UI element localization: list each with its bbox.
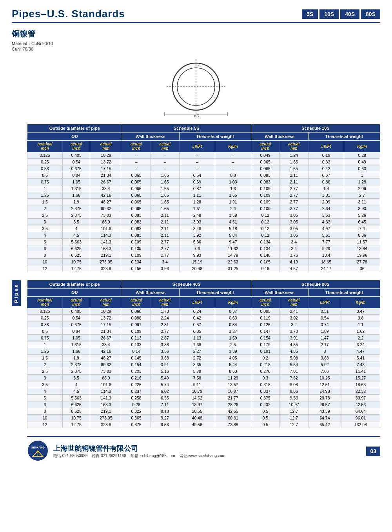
table-row: 55.563141.30.1092.776.369.470.1343.47.77…: [27, 239, 380, 245]
table-row: 0.751.0526.670.0651.650.691.030.0832.110…: [27, 179, 380, 185]
table-row: 33.588.90.0832.113.034.510.123.054.336.4…: [27, 219, 380, 225]
badge-80s: 80S: [361, 9, 380, 19]
main-content: Pipes Outside diameter of pipe Schedule …: [12, 124, 380, 463]
table-row: 88.625219.10.3228.1828.5542.550.512.743.…: [27, 408, 380, 415]
wall-thickness-5s: Wall thickness: [122, 133, 179, 141]
table-row: 0.380.67517.150.0912.310.570.840.1263.20…: [27, 321, 380, 328]
table-row: 0.250.5413.720.0882.240.420.630.1193.020…: [27, 315, 380, 321]
table-row: 55.563141.30.2586.5514.6221.770.3759.532…: [27, 395, 380, 401]
table-row: 1212.75323.90.3759.5349.5673.880.512.765…: [27, 421, 380, 428]
table-row: 0.50.8421.340.0651.650.540.80.0832.110.6…: [27, 172, 380, 179]
table-row: 0.50.8421.340.1092.770.851.270.1473.731.…: [27, 328, 380, 335]
col-actual-mm: actualmm: [90, 141, 122, 152]
col-actual-inch-80s: actualinch: [251, 297, 279, 308]
table-row: 0.250.5413.72––––0.0651.650.330.49: [27, 159, 380, 165]
table-row: 1212.75323.90.1563.9620.9831.250.184.572…: [27, 265, 380, 272]
table-row: 44.5114.30.2376.0210.7916.070.3378.5614.…: [27, 388, 380, 395]
section-title: 铜镍管: [12, 29, 380, 39]
col-kgm-40s: Kg/m: [215, 297, 251, 308]
table-row: 3.54101.60.0832.113.485.180.123.054.977.…: [27, 225, 380, 232]
table-row: 0.1250.40510.29––––0.0491.240.190.28: [27, 152, 380, 159]
schedule-40s-80s-table: Outside diameter of pipe Schedule 40S Sc…: [27, 280, 380, 428]
col-kgm-5s: Kg/m: [215, 141, 251, 152]
col-lbft-10s: Lb/Ft: [308, 141, 344, 152]
table-row: 0.1250.40510.290.0681.730.240.370.0952.4…: [27, 308, 380, 315]
wall-thickness-10s: Wall thickness: [251, 133, 308, 141]
theo-weight-5s: Theoretical weight: [179, 133, 251, 141]
material-info: Material：CuNi 90/10 CuNi 70/30: [12, 41, 380, 51]
table-row: 1010.75273.050.3659.2740.4860.310.512.75…: [27, 415, 380, 421]
company-info-block: 上海世航铜镍管件有限公司 电话:021-58050989 传真:021-6829…: [53, 444, 225, 459]
table-row: 1.51.948.270.0651.651.281.910.1092.772.0…: [27, 199, 380, 205]
table-row: 1.51.948.270.1453.682.724.050.25.083.635…: [27, 355, 380, 361]
col-actual-inch-10s: actualinch: [251, 141, 279, 152]
badge-5s: 5S: [302, 9, 318, 19]
table-row: 11.31533.40.0651.650.871.30.1092.771.42.…: [27, 185, 380, 192]
table-row: 88.625219.10.1092.779.9314.790.1483.7613…: [27, 252, 380, 259]
schedule-10s-header: Schedule 10S: [251, 124, 380, 133]
page-header: Pipes–U.S. Standards 5S 10S 40S 80S: [12, 8, 380, 20]
website: 网址:www.sh-shihang.com: [180, 454, 225, 458]
col-lbft-5s: Lb/Ft: [179, 141, 215, 152]
od-label2: ØD: [27, 289, 122, 297]
wall-thickness-80s: Wall thickness: [251, 289, 308, 297]
col-kgm-80s: Kg/m: [341, 297, 380, 308]
col-lbft-80s: Lb/Ft: [308, 297, 341, 308]
svg-text:SHI·HANG: SHI·HANG: [31, 446, 45, 449]
table-row: 0.751.0526.670.1132.871.131.690.1543.911…: [27, 335, 380, 341]
col-lbft-40s: Lb/Ft: [179, 297, 215, 308]
col-actual-inch-40s: actualinch: [122, 297, 151, 308]
table-row: 1.251.6642.160.143.562.273.390.1914.8534…: [27, 348, 380, 355]
svg-text:øD: øD: [194, 114, 199, 118]
col-kgm-10s: Kg/m: [344, 141, 380, 152]
col-actual-inch-5s: actualinch: [122, 141, 151, 152]
content-area: Outside diameter of pipe Schedule 5S Sch…: [23, 124, 380, 463]
phone: 电话:021-58050989: [53, 454, 87, 458]
od-label: ØD: [27, 133, 122, 141]
table-row: 22.37560.320.0651.651.612.40.1092.772.64…: [27, 205, 380, 212]
footer: SHI·HANG 上海世航铜镍管件有限公司 电话:021-58050989 传真…: [27, 436, 380, 463]
table-row: 1.251.6642.160.0651.651.111.650.1092.771…: [27, 192, 380, 199]
col-actual-mm-10s: actualmm: [279, 141, 308, 152]
table-row: 2.52.87573.030.0832.112.483.690.123.053.…: [27, 212, 380, 219]
wall-thickness-40s: Wall thickness: [122, 289, 179, 297]
col-nominal-inch: nominalinch: [27, 141, 63, 152]
col-nominal-inch2: nominalinch: [27, 297, 63, 308]
email: 邮箱：shihang@188.com: [131, 454, 175, 458]
table-5s-10s: Outside diameter of pipe Schedule 5S Sch…: [27, 124, 380, 272]
table-row: 3.54101.60.2265.749.1113.570.3188.0812.5…: [27, 381, 380, 388]
col-actual-mm2: actualmm: [90, 297, 122, 308]
company-contact: 电话:021-58050989 传真:021-68291168 邮箱：shiha…: [53, 453, 225, 459]
table-row: 44.5114.30.0832.113.925.840.123.055.618.…: [27, 232, 380, 239]
table-row: 0.380.67517.15––––0.0651.650.420.63: [27, 165, 380, 172]
badge-10s: 10S: [319, 9, 339, 19]
logo: SHI·HANG: [27, 440, 49, 463]
theo-weight-40s: Theoretical weight: [179, 289, 251, 297]
header-line: [12, 22, 380, 23]
pipe-diagram: øD s: [12, 55, 380, 118]
svg-text:s: s: [198, 64, 200, 68]
table-row: 2.52.87573.030.2035.165.798.630.2767.017…: [27, 368, 380, 375]
schedule-40s-header: Schedule 40S: [122, 280, 251, 289]
col-actual-mm-40s: actualmm: [151, 297, 179, 308]
badge-40s: 40S: [340, 9, 359, 19]
outside-diameter-header: Outside diameter of pipe: [27, 124, 122, 133]
col-actual-inch2: actualinch: [62, 297, 90, 308]
schedule-80s-header: Schedule 80S: [251, 280, 380, 289]
sidebar-label: Pipes: [12, 280, 21, 306]
outside-diameter-header2: Outside diameter of pipe: [27, 280, 122, 289]
table-row: 11.31533.40.1333.381.682.50.1794.552.173…: [27, 341, 380, 348]
table-row: 66.625168.30.1092.777.611.320.1343.49.29…: [27, 245, 380, 252]
table-row: 66.625168.30.287.1118.9728.260.43210.972…: [27, 401, 380, 408]
schedule-badges: 5S 10S 40S 80S: [302, 9, 380, 19]
schedule-5s-header: Schedule 5S: [122, 124, 251, 133]
theo-weight-10s: Theoretical weight: [308, 133, 380, 141]
table-row: 1010.75273.050.1343.415.1922.630.1654.19…: [27, 259, 380, 265]
table-row: 33.588.90.2165.497.5811.290.37.6210.2515…: [27, 375, 380, 381]
table-row: 22.37560.320.1543.913.655.440.2185.545.0…: [27, 361, 380, 368]
schedule-5s-10s-table: Outside diameter of pipe Schedule 5S Sch…: [27, 124, 380, 272]
col-actual-inch: actualinch: [62, 141, 90, 152]
page-number: 03: [366, 447, 380, 456]
fax: 传真:021-68291168: [92, 454, 126, 458]
company-name: 上海世航铜镍管件有限公司: [53, 444, 225, 453]
